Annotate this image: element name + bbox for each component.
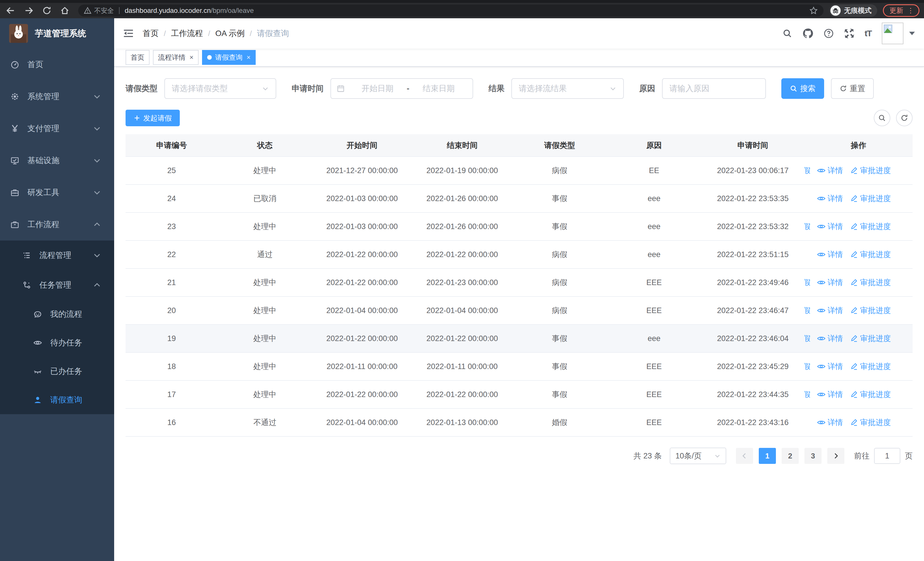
cancel-leave-link[interactable]: 取消请假 xyxy=(804,305,810,316)
browser-forward-icon[interactable] xyxy=(24,6,34,15)
cancel-leave-link[interactable]: 取消请假 xyxy=(804,165,810,176)
refresh-table-button[interactable] xyxy=(896,110,913,126)
approval-progress-link[interactable]: 审批进度 xyxy=(849,277,891,288)
help-icon[interactable] xyxy=(824,28,834,39)
detail-link[interactable]: 详情 xyxy=(817,417,843,428)
url-bar[interactable]: 不安全 dashboard.yudao.iocoder.cn/bpm/oa/le… xyxy=(78,5,824,17)
page-button-2[interactable]: 2 xyxy=(782,448,799,464)
cell-apply-time: 2022-01-22 23:53:32 xyxy=(701,212,804,241)
approval-progress-link[interactable]: 审批进度 xyxy=(849,193,891,204)
table-row[interactable]: 20处理中2022-01-04 00:00:002022-01-04 00:00… xyxy=(126,296,913,325)
approval-progress-link[interactable]: 审批进度 xyxy=(849,250,891,260)
cell-id: 23 xyxy=(126,212,218,241)
cancel-leave-link[interactable]: 取消请假 xyxy=(804,333,810,344)
tag-首页[interactable]: 首页 xyxy=(126,50,150,65)
detail-link[interactable]: 详情 xyxy=(817,193,843,204)
breadcrumb-item[interactable]: 首页 xyxy=(142,28,159,39)
url-host: dashboard.yudao.iocoder.cn xyxy=(125,7,211,15)
detail-link[interactable]: 详情 xyxy=(817,390,843,400)
approval-progress-link[interactable]: 审批进度 xyxy=(849,305,891,316)
row-actions: 详情审批进度 xyxy=(804,193,913,204)
approval-progress-link[interactable]: 审批进度 xyxy=(849,417,891,428)
github-icon[interactable] xyxy=(802,28,813,39)
table-row[interactable]: 18处理中2022-01-11 00:00:002022-01-11 00:00… xyxy=(126,352,913,381)
leave-type-select[interactable]: 请选择请假类型 xyxy=(164,78,276,99)
detail-eye-icon xyxy=(817,306,826,315)
next-page-button[interactable] xyxy=(827,448,844,464)
sidebar-item-流程管理[interactable]: 流程管理 xyxy=(0,241,114,270)
cell-status: 处理中 xyxy=(218,381,312,409)
font-size-icon[interactable]: tT xyxy=(865,29,872,38)
table-row[interactable]: 19处理中2022-01-22 00:00:002022-01-22 00:00… xyxy=(126,325,913,352)
reset-button[interactable]: 重置 xyxy=(831,78,874,99)
approval-progress-link[interactable]: 审批进度 xyxy=(849,390,891,400)
table-row[interactable]: 17处理中2022-01-22 00:00:002022-01-22 00:00… xyxy=(126,381,913,409)
table-row[interactable]: 24已取消2022-01-03 00:00:002022-01-26 00:00… xyxy=(126,185,913,212)
sidebar-item-首页[interactable]: 首页 xyxy=(0,48,114,81)
browser-home-icon[interactable] xyxy=(60,6,70,15)
breadcrumb-item[interactable]: OA 示例 xyxy=(215,28,244,39)
search-button[interactable]: 搜索 xyxy=(782,78,824,99)
sidebar-item-研发工具[interactable]: 研发工具 xyxy=(0,176,114,209)
browser-reload-icon[interactable] xyxy=(42,6,51,15)
sidebar-item-工作流程[interactable]: 工作流程 xyxy=(0,209,114,241)
logo-row[interactable]: 芋道管理系统 xyxy=(0,18,114,48)
sidebar-item-请假查询[interactable]: 请假查询 xyxy=(0,386,114,414)
approval-progress-link[interactable]: 审批进度 xyxy=(849,165,891,176)
page-button-1[interactable]: 1 xyxy=(759,448,776,464)
sidebar-collapse-icon[interactable] xyxy=(123,28,134,39)
reason-input[interactable] xyxy=(669,84,759,93)
toggle-search-button[interactable] xyxy=(874,110,890,126)
avatar[interactable] xyxy=(882,23,903,44)
detail-link[interactable]: 详情 xyxy=(817,250,843,260)
detail-link[interactable]: 详情 xyxy=(817,361,843,371)
browser-back-icon[interactable] xyxy=(6,6,15,15)
cancel-leave-link[interactable]: 取消请假 xyxy=(804,390,810,400)
table-row[interactable]: 25处理中2021-12-27 00:00:002022-01-19 00:00… xyxy=(126,156,913,185)
sidebar-item-系统管理[interactable]: 系统管理 xyxy=(0,81,114,113)
approval-progress-link[interactable]: 审批进度 xyxy=(849,361,891,371)
security-label[interactable]: 不安全 xyxy=(94,6,114,15)
yen-icon xyxy=(10,124,20,133)
sidebar-item-基础设施[interactable]: 基础设施 xyxy=(0,144,114,176)
tag-请假查询[interactable]: 请假查询× xyxy=(202,50,256,65)
table-row[interactable]: 22通过2022-01-22 00:00:002022-01-22 00:00:… xyxy=(126,241,913,269)
header-search-icon[interactable] xyxy=(783,29,792,38)
close-icon[interactable]: × xyxy=(189,54,194,61)
prev-page-button[interactable] xyxy=(736,448,753,464)
table-row[interactable]: 23处理中2022-01-03 00:00:002022-01-26 00:00… xyxy=(126,212,913,241)
fullscreen-icon[interactable] xyxy=(844,28,854,39)
table-row[interactable]: 21处理中2022-01-22 00:00:002022-01-23 00:00… xyxy=(126,269,913,296)
detail-link[interactable]: 详情 xyxy=(817,277,843,288)
sidebar-item-我的流程[interactable]: 我的流程 xyxy=(0,300,114,328)
bookmark-star-icon[interactable] xyxy=(809,6,818,15)
approval-progress-link[interactable]: 审批进度 xyxy=(849,333,891,344)
apply-time-range-picker[interactable]: 开始日期 - 结束日期 xyxy=(330,78,473,99)
goto-page-input[interactable] xyxy=(874,448,900,464)
sidebar-item-已办任务[interactable]: 已办任务 xyxy=(0,357,114,386)
detail-link[interactable]: 详情 xyxy=(817,305,843,316)
chevron-down-icon[interactable] xyxy=(909,32,915,35)
browser-update-button[interactable]: 更新 ⋮ xyxy=(883,4,920,17)
sidebar-item-待办任务[interactable]: 待办任务 xyxy=(0,328,114,357)
create-leave-button[interactable]: 发起请假 xyxy=(126,110,180,126)
table-row[interactable]: 16不通过2022-01-04 00:00:002022-01-13 00:00… xyxy=(126,409,913,436)
sidebar-item-label: 首页 xyxy=(27,59,44,70)
cell-end-time: 2022-01-22 00:00:00 xyxy=(412,381,513,409)
result-select[interactable]: 请选择流结果 xyxy=(512,78,624,99)
sidebar-item-任务管理[interactable]: 任务管理 xyxy=(0,270,114,300)
tag-流程详情[interactable]: 流程详情× xyxy=(153,50,199,65)
cancel-leave-link[interactable]: 取消请假 xyxy=(804,277,810,288)
cancel-leave-link[interactable]: 取消请假 xyxy=(804,221,810,232)
detail-link[interactable]: 详情 xyxy=(817,165,843,176)
close-icon[interactable]: × xyxy=(246,54,250,61)
browser-menu-icon[interactable]: ⋮ xyxy=(907,7,914,14)
cancel-leave-link[interactable]: 取消请假 xyxy=(804,361,810,371)
sidebar-item-支付管理[interactable]: 支付管理 xyxy=(0,113,114,144)
approval-progress-link[interactable]: 审批进度 xyxy=(849,221,891,232)
detail-link[interactable]: 详情 xyxy=(817,221,843,232)
page-size-select[interactable]: 10条/页 xyxy=(670,448,726,464)
page-button-3[interactable]: 3 xyxy=(804,448,822,464)
detail-link[interactable]: 详情 xyxy=(817,333,843,344)
breadcrumb-item[interactable]: 工作流程 xyxy=(171,28,203,39)
